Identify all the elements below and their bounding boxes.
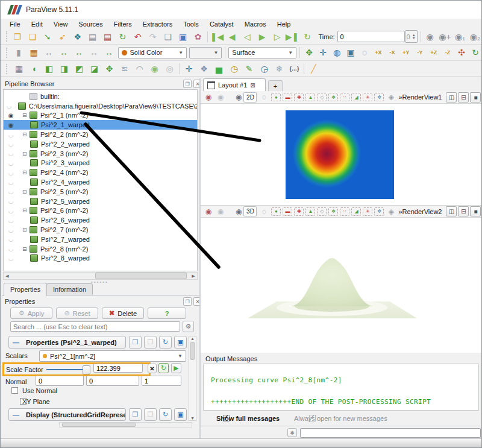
visibility-eye-icon[interactable]: [7, 150, 15, 157]
camera-zoom-icon[interactable]: ◉: [424, 31, 436, 43]
play-icon[interactable]: ▶: [256, 31, 269, 43]
contour-icon[interactable]: ◖: [28, 63, 40, 75]
select-polygon-icon[interactable]: ❖: [328, 207, 338, 216]
color-palette-icon[interactable]: ✿: [192, 31, 204, 43]
rescale-over-time-icon[interactable]: ↔: [73, 46, 86, 58]
edit-colormap-icon[interactable]: ▦: [28, 46, 40, 58]
add-selection-icon[interactable]: ✚: [294, 207, 304, 216]
display-section-header[interactable]: — Display (StructuredGridRepresentatio: [8, 408, 126, 421]
hover-points-icon[interactable]: ✲: [374, 93, 384, 101]
auto-apply-icon[interactable]: ➶: [56, 31, 69, 43]
menu-item[interactable]: Macros: [239, 21, 272, 28]
programmable-filter-icon[interactable]: {…}: [288, 63, 301, 75]
pipeline-item[interactable]: ⊟ Psi^2_2_warped: [4, 139, 197, 149]
expander-icon[interactable]: ⊟: [22, 112, 29, 118]
slice-icon[interactable]: ◨: [58, 63, 70, 75]
zoom-to-data-icon[interactable]: ✛: [317, 46, 329, 58]
apply-button[interactable]: ⚙ Apply: [10, 308, 52, 319]
menu-item[interactable]: Sources: [73, 21, 108, 28]
step-back-icon[interactable]: ◀: [226, 31, 239, 43]
split-vertical-icon[interactable]: ⊟: [458, 206, 469, 216]
split-vertical-icon[interactable]: ⊟: [458, 92, 469, 103]
visibility-eye-icon[interactable]: [7, 103, 12, 109]
view-minus-z-icon[interactable]: -Z: [442, 46, 454, 58]
visibility-eye-icon[interactable]: [7, 160, 15, 166]
layout-tab[interactable]: Layout #1 ⊠: [203, 78, 266, 91]
view-plus-y-icon[interactable]: +Y: [400, 46, 412, 58]
add-selection-icon[interactable]: ✚: [294, 93, 304, 101]
redo-icon[interactable]: ↷: [146, 31, 159, 43]
paste-properties-icon[interactable]: ❐: [144, 336, 157, 349]
expander-icon[interactable]: ⊟: [22, 151, 29, 157]
plot-over-line-icon[interactable]: ✎: [243, 63, 255, 75]
zoom-to-box-icon[interactable]: ◌: [258, 207, 269, 216]
probe-location-icon[interactable]: ✛: [183, 63, 195, 75]
psi-2d-heatmap[interactable]: [286, 110, 394, 199]
camera-add-icon[interactable]: ◉+: [439, 31, 451, 43]
toolbar-handle[interactable]: [6, 31, 8, 42]
capture-screenshot-icon[interactable]: ▣: [177, 31, 189, 43]
visibility-eye-icon[interactable]: [7, 131, 15, 138]
slider-handle[interactable]: [83, 365, 90, 374]
ungroup-icon[interactable]: ◎: [163, 63, 176, 75]
camera-mode-toggle[interactable]: 3D: [243, 206, 257, 216]
subtract-selection-icon[interactable]: ▬: [283, 93, 292, 101]
visibility-eye-icon[interactable]: [7, 227, 15, 233]
scroll-up-icon[interactable]: ▲: [189, 336, 196, 341]
interactive-select-cells-icon[interactable]: ◢: [351, 93, 361, 101]
menu-item[interactable]: View: [48, 21, 74, 28]
zoom-to-box-icon[interactable]: ◌: [358, 46, 371, 58]
server-connect-icon[interactable]: ▤: [86, 31, 99, 43]
select-cells-through-icon[interactable]: ▲: [305, 93, 315, 101]
pipeline-item[interactable]: ⊟ Psi^2_4 (nm^-2): [4, 168, 197, 177]
group-datasets-icon[interactable]: ◉: [148, 63, 161, 75]
point-interpolator-icon[interactable]: ❄: [273, 63, 286, 75]
scalar-bar-icon[interactable]: ▮: [13, 46, 25, 58]
visibility-eye-icon[interactable]: [7, 217, 15, 224]
normal-x-input[interactable]: [36, 376, 84, 386]
pipeline-item[interactable]: ⊟ Psi^2_5 (nm^-2): [4, 187, 197, 197]
visibility-eye-icon[interactable]: [7, 112, 15, 119]
split-horizontal-icon[interactable]: ◫: [446, 206, 457, 216]
visibility-eye-icon[interactable]: [7, 179, 15, 186]
last-frame-icon[interactable]: ▶❚: [286, 31, 299, 43]
expander-icon[interactable]: ⊟: [22, 169, 29, 175]
pipeline-item[interactable]: ⊟ Psi^2_1_warped: [4, 120, 197, 130]
select-surface-cells-icon[interactable]: ●: [271, 207, 281, 216]
interactive-select-points-icon[interactable]: ✳: [363, 207, 372, 216]
camera-2-icon[interactable]: ◉₂: [469, 31, 481, 43]
pipeline-item[interactable]: ⊟ Psi^2_2 (nm^-2): [4, 130, 197, 139]
search-input[interactable]: [10, 321, 180, 332]
camera-1-icon[interactable]: ◉₁: [454, 31, 466, 43]
pipeline-item[interactable]: ⊟ Psi^2_3 (nm^-2): [4, 149, 197, 159]
scrollbar-thumb[interactable]: [62, 423, 136, 427]
rescale-visible-icon[interactable]: ↔: [103, 46, 116, 58]
select-surface-cells-icon[interactable]: ●: [271, 93, 281, 101]
visibility-eye-icon[interactable]: [7, 188, 15, 195]
pipeline-item[interactable]: ⊟ C:\Users\maria.figueira\Desktop\ParaVi…: [4, 101, 197, 111]
visibility-eye-icon[interactable]: [7, 140, 15, 147]
toolbar-handle[interactable]: [6, 48, 10, 58]
expander-icon[interactable]: ⊟: [22, 189, 29, 195]
export-scene-icon[interactable]: ❏: [161, 31, 174, 43]
maximize-view-icon[interactable]: ■: [470, 206, 481, 216]
properties-section-header[interactable]: — Properties (Psi^2_1_warped): [8, 336, 126, 349]
clear-scale-factor-button[interactable]: ✕: [148, 364, 157, 373]
play-backward-icon[interactable]: ◁: [241, 31, 254, 43]
scroll-left-icon[interactable]: ◀: [4, 274, 11, 279]
view-plus-z-icon[interactable]: +Z: [428, 46, 440, 58]
save-icon[interactable]: ❏: [26, 31, 39, 43]
plot-selection-over-time-icon[interactable]: ◶: [258, 63, 271, 75]
undock-panel-icon[interactable]: ❐: [183, 80, 192, 88]
capture-view-icon[interactable]: ◉: [236, 207, 242, 216]
scrollbar-thumb[interactable]: [95, 273, 187, 279]
reload-properties-icon[interactable]: ↻: [159, 336, 172, 349]
spinner-arrows-icon[interactable]: ▲▼: [412, 34, 416, 40]
reset-button[interactable]: ⊘ Reset: [56, 308, 98, 319]
help-button[interactable]: ?: [148, 308, 186, 319]
pipeline-item[interactable]: ⊟ Psi^2_4_warped: [4, 177, 197, 187]
isometric-view-icon[interactable]: ✣: [455, 46, 468, 58]
component-combo[interactable]: ▼: [189, 47, 222, 58]
output-messages-box[interactable]: Processing curve Psi^2_8[nm^-2]+++++++++…: [203, 364, 479, 411]
menu-item[interactable]: Catalyst: [204, 21, 239, 28]
